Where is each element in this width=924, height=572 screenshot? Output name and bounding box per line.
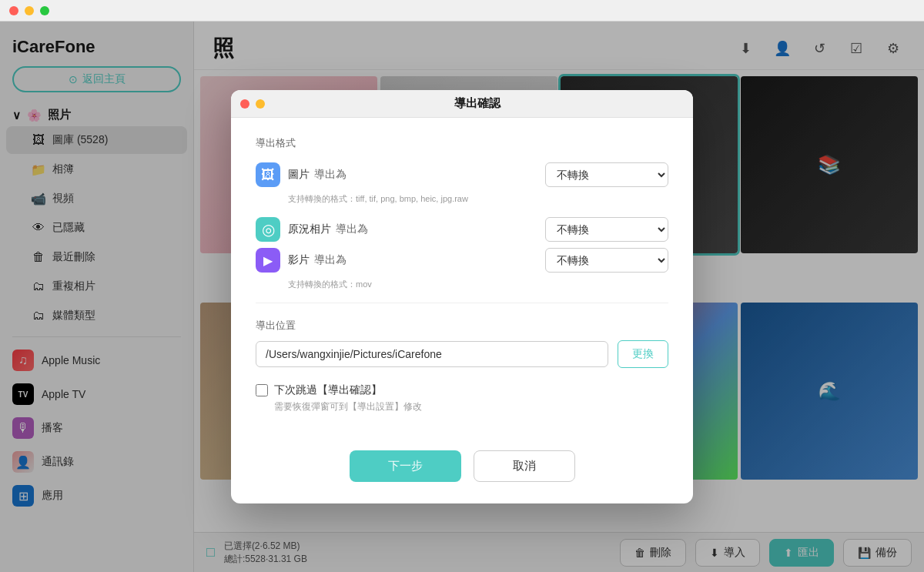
maximize-button[interactable] xyxy=(40,6,49,15)
video-export-icon: ▶ xyxy=(256,248,280,273)
image-sublabel: 導出為 xyxy=(314,168,346,182)
app-container: iCareFone ⊙ 返回主頁 ∨ 🌸 照片 🖼 圖庫 (5528) 📁 相簿… xyxy=(0,22,924,572)
image-format-hint: 支持轉換的格式：tiff, tif, png, bmp, heic, jpg.r… xyxy=(288,193,668,205)
image-label: 圖片 xyxy=(288,168,310,182)
modal-title: 導出確認 xyxy=(271,96,684,111)
livephoto-export-icon: ◎ xyxy=(256,217,280,242)
skip-row: 下次跳過【導出確認】 xyxy=(256,383,668,397)
export-row-livephoto: ◎ 原況相片 導出為 不轉換 xyxy=(256,217,668,242)
location-row: 更換 xyxy=(256,340,668,368)
modal-close-button[interactable] xyxy=(240,99,249,109)
photo-export-icon: 🖼 xyxy=(256,162,280,187)
video-format-select[interactable]: 不轉換 MOV xyxy=(545,248,668,273)
location-path-input[interactable] xyxy=(256,341,608,367)
modal-titlebar: 導出確認 xyxy=(231,90,693,118)
minimize-button[interactable] xyxy=(25,6,34,15)
location-change-button[interactable]: 更換 xyxy=(618,340,668,368)
livephoto-sublabel: 導出為 xyxy=(336,222,368,236)
location-section: 導出位置 更換 xyxy=(256,319,668,368)
export-row-video: ▶ 影片 導出為 不轉換 MOV xyxy=(256,248,668,273)
close-button[interactable] xyxy=(9,6,18,15)
location-label: 導出位置 xyxy=(256,319,668,333)
modal-divider xyxy=(256,303,668,303)
modal-body: 導出格式 🖼 圖片 導出為 不轉換 JPEG PNG TIFF 支持轉換的格式：… xyxy=(231,118,693,450)
skip-checkbox[interactable] xyxy=(256,384,268,396)
image-format-select[interactable]: 不轉換 JPEG PNG TIFF xyxy=(545,162,668,187)
title-bar xyxy=(0,0,924,22)
video-format-hint: 支持轉換的格式：mov xyxy=(288,279,668,290)
skip-hint: 需要恢復彈窗可到【導出設置】修改 xyxy=(274,400,668,413)
export-row-image: 🖼 圖片 導出為 不轉換 JPEG PNG TIFF xyxy=(256,162,668,187)
video-label: 影片 xyxy=(288,253,310,267)
modal-minimize-button[interactable] xyxy=(256,99,265,109)
next-button[interactable]: 下一步 xyxy=(350,450,461,482)
modal-overlay[interactable]: 導出確認 導出格式 🖼 圖片 導出為 不轉換 JPEG PNG TIFF 支持轉… xyxy=(0,22,924,572)
modal-footer: 下一步 取消 xyxy=(231,450,693,503)
cancel-button[interactable]: 取消 xyxy=(474,450,575,482)
livephoto-label: 原況相片 xyxy=(288,222,331,236)
livephoto-format-select[interactable]: 不轉換 xyxy=(545,217,668,242)
export-modal: 導出確認 導出格式 🖼 圖片 導出為 不轉換 JPEG PNG TIFF 支持轉… xyxy=(231,90,693,503)
skip-label: 下次跳過【導出確認】 xyxy=(274,383,382,397)
video-sublabel: 導出為 xyxy=(314,253,346,267)
format-section-label: 導出格式 xyxy=(256,136,668,150)
